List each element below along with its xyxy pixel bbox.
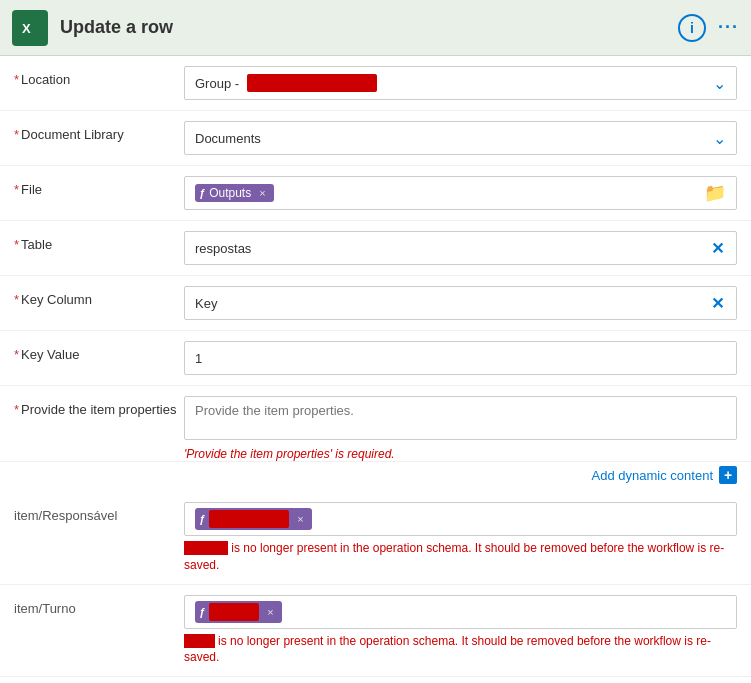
item-responsavel-warning-highlight — [184, 541, 228, 555]
location-row: *Location Group - ⌄ — [0, 56, 751, 111]
location-label: *Location — [14, 66, 184, 87]
file-tag-close[interactable]: × — [259, 187, 265, 199]
file-input-container[interactable]: ƒ Outputs × 📁 — [184, 176, 737, 210]
location-dropdown[interactable]: Group - ⌄ — [184, 66, 737, 100]
key-value-input[interactable] — [184, 341, 737, 375]
key-value-required-marker: * — [14, 347, 19, 362]
document-library-dropdown[interactable]: Documents ⌄ — [184, 121, 737, 155]
key-column-required-marker: * — [14, 292, 19, 307]
key-column-clear-button[interactable]: ✕ — [709, 294, 726, 313]
table-label: *Table — [14, 231, 184, 252]
header: X Update a row i ··· — [0, 0, 751, 56]
table-clear-button[interactable]: ✕ — [709, 239, 726, 258]
add-dynamic-content-button[interactable]: Add dynamic content + — [592, 466, 737, 484]
item-responsavel-row: item/Responsável ƒ × is no longer presen… — [0, 492, 751, 585]
key-value-label: *Key Value — [14, 341, 184, 362]
item-responsavel-field[interactable]: ƒ × is no longer present in the operatio… — [184, 502, 737, 574]
table-field[interactable]: respostas ✕ — [184, 231, 737, 265]
location-value: Group - — [195, 74, 713, 92]
item-turno-tag: ƒ × — [195, 601, 282, 623]
item-props-required-marker: * — [14, 402, 19, 417]
item-properties-textarea[interactable] — [184, 396, 737, 440]
doc-lib-required-marker: * — [14, 127, 19, 142]
location-chevron-icon: ⌄ — [713, 74, 726, 93]
table-row: *Table respostas ✕ — [0, 221, 751, 276]
info-button[interactable]: i — [678, 14, 706, 42]
dynamic-content-row: Add dynamic content + — [0, 462, 751, 492]
item-turno-row: item/Turno ƒ × is no longer present in t… — [0, 585, 751, 678]
file-tag-label: Outputs — [209, 186, 251, 200]
add-dynamic-plus-icon: + — [719, 466, 737, 484]
document-library-value: Documents — [195, 131, 713, 146]
table-input-container[interactable]: respostas ✕ — [184, 231, 737, 265]
key-value-field[interactable] — [184, 341, 737, 375]
item-properties-field[interactable]: 'Provide the item properties' is require… — [184, 396, 737, 461]
document-library-label: *Document Library — [14, 121, 184, 142]
item-responsavel-warning: is no longer present in the operation sc… — [184, 540, 737, 574]
file-label: *File — [14, 176, 184, 197]
table-required-marker: * — [14, 237, 19, 252]
item-responsavel-input[interactable]: ƒ × — [184, 502, 737, 536]
key-value-row: *Key Value — [0, 331, 751, 386]
item-data-row: item/Data ƒ × is no longer present in th… — [0, 677, 751, 683]
document-library-row: *Document Library Documents ⌄ — [0, 111, 751, 166]
item-turno-input[interactable]: ƒ × — [184, 595, 737, 629]
item-responsavel-label: item/Responsável — [14, 502, 184, 523]
location-redacted — [247, 74, 377, 92]
item-responsavel-redacted — [209, 510, 289, 528]
item-responsavel-tag: ƒ × — [195, 508, 312, 530]
file-field[interactable]: ƒ Outputs × 📁 — [184, 176, 737, 210]
item-properties-row: *Provide the item properties 'Provide th… — [0, 386, 751, 462]
form-container: *Location Group - ⌄ *Document Library Do… — [0, 56, 751, 683]
item-responsavel-fx-icon: ƒ — [199, 513, 205, 525]
key-column-row: *Key Column Key ✕ — [0, 276, 751, 331]
folder-button[interactable]: 📁 — [704, 182, 726, 204]
table-value: respostas — [195, 241, 709, 256]
item-turno-label: item/Turno — [14, 595, 184, 616]
location-required-marker: * — [14, 72, 19, 87]
item-turno-field[interactable]: ƒ × is no longer present in the operatio… — [184, 595, 737, 667]
item-turno-warning-highlight — [184, 634, 215, 648]
key-column-field[interactable]: Key ✕ — [184, 286, 737, 320]
location-field[interactable]: Group - ⌄ — [184, 66, 737, 100]
document-library-chevron-icon: ⌄ — [713, 129, 726, 148]
header-actions: i ··· — [678, 14, 739, 42]
item-turno-redacted — [209, 603, 259, 621]
excel-icon: X — [12, 10, 48, 46]
item-properties-label: *Provide the item properties — [14, 396, 184, 417]
add-dynamic-label: Add dynamic content — [592, 468, 713, 483]
key-column-label: *Key Column — [14, 286, 184, 307]
item-turno-warning: is no longer present in the operation sc… — [184, 633, 737, 667]
item-responsavel-close[interactable]: × — [297, 513, 303, 525]
file-row: *File ƒ Outputs × 📁 — [0, 166, 751, 221]
page-title: Update a row — [60, 17, 678, 38]
file-tag: ƒ Outputs × — [195, 184, 274, 202]
file-fx-icon: ƒ — [199, 187, 205, 199]
item-turno-fx-icon: ƒ — [199, 606, 205, 618]
key-column-value: Key — [195, 296, 709, 311]
svg-text:X: X — [22, 21, 31, 36]
item-turno-close[interactable]: × — [267, 606, 273, 618]
file-required-marker: * — [14, 182, 19, 197]
more-button[interactable]: ··· — [718, 17, 739, 38]
key-column-input-container[interactable]: Key ✕ — [184, 286, 737, 320]
document-library-field[interactable]: Documents ⌄ — [184, 121, 737, 155]
item-properties-validation-error: 'Provide the item properties' is require… — [184, 447, 737, 461]
